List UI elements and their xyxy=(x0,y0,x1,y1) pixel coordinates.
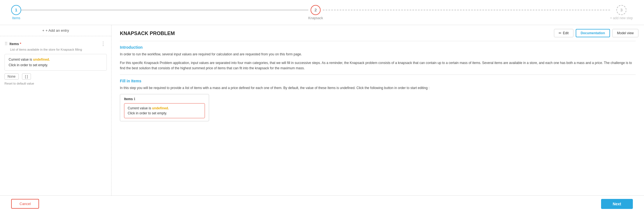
fill-items-section-title: Fill in Items xyxy=(120,79,636,83)
cancel-button[interactable]: Cancel xyxy=(11,199,39,209)
undefined-value: undefined. xyxy=(33,58,50,61)
documentation-button[interactable]: Documentation xyxy=(576,29,610,37)
fill-items-text: In this step you will be required to pro… xyxy=(120,85,636,91)
documentation-label: Documentation xyxy=(581,31,605,35)
plus-icon: + xyxy=(42,28,45,33)
brackets-button[interactable]: [ ] xyxy=(22,73,31,80)
connector-2-3 xyxy=(323,10,610,10)
next-button[interactable]: Next xyxy=(601,199,633,209)
doc-click-to-set: Click in order to set empty. xyxy=(128,111,201,115)
info-icon: ℹ xyxy=(134,97,135,101)
left-top-bar: + + Add an entry xyxy=(0,25,111,36)
required-star: * xyxy=(20,42,21,46)
step-1-circle: 1 xyxy=(11,5,21,15)
doc-current-value-line: Current value is undefined. xyxy=(128,106,201,110)
doc-items-inner[interactable]: Current value is undefined. Click in ord… xyxy=(124,103,205,118)
value-box[interactable]: Current value is undefined. Click in ord… xyxy=(4,54,107,71)
doc-items-box: Items ℹ Current value is undefined. Clic… xyxy=(120,94,209,121)
doc-items-box-title: Items xyxy=(124,97,133,101)
model-view-button[interactable]: Model view xyxy=(612,29,638,37)
options-row: None [ ] xyxy=(4,73,107,80)
pencil-icon: ✏ xyxy=(559,31,561,35)
field-subtitle: List of items available in the store for… xyxy=(10,48,107,51)
field-title-text: Items xyxy=(9,42,19,46)
none-button[interactable]: None xyxy=(4,73,19,80)
add-entry-label: + Add an entry xyxy=(45,28,69,33)
edit-label: Edit xyxy=(563,31,569,35)
bottom-bar: Cancel Next xyxy=(0,195,644,212)
field-title: Items * xyxy=(9,42,21,46)
click-to-set-label: Click in order to set empty. xyxy=(9,63,103,67)
right-panel: ✏ Edit Documentation Model view KNAPSACK… xyxy=(112,25,644,195)
step-3-label: + add new step xyxy=(610,16,633,20)
step-3-circle: 3 xyxy=(616,5,626,15)
introduction-text2: For this specific Knapsack Problem appli… xyxy=(120,60,636,71)
edit-button[interactable]: ✏ Edit xyxy=(554,29,573,37)
step-1[interactable]: 1 Items xyxy=(11,5,21,20)
step-2-circle: 2 xyxy=(311,5,321,15)
field-title-group: ⠿ Items * xyxy=(4,41,21,46)
drag-handle-icon: ⠿ xyxy=(4,41,8,46)
connector-1-2 xyxy=(21,10,308,10)
add-entry-button[interactable]: + + Add an entry xyxy=(42,28,69,33)
right-toolbar: ✏ Edit Documentation Model view xyxy=(554,29,638,37)
doc-current-prefix: Current value is xyxy=(128,106,152,110)
step-3[interactable]: 3 + add new step xyxy=(610,5,633,20)
step-2-label: Knapsack xyxy=(308,16,323,20)
current-value-prefix: Current value is xyxy=(9,58,33,61)
model-view-label: Model view xyxy=(617,31,634,35)
step-2[interactable]: 2 Knapsack xyxy=(308,5,323,20)
stepper: 1 Items 2 Knapsack 3 + add new step xyxy=(0,0,644,25)
left-panel: + + Add an entry ⠿ Items * ⋮ List of ite… xyxy=(0,25,112,195)
doc-undefined-value: undefined. xyxy=(152,106,169,110)
introduction-section-title: Introduction xyxy=(120,45,636,50)
doc-items-header: Items ℹ xyxy=(124,97,205,101)
left-content: ⠿ Items * ⋮ List of items available in t… xyxy=(0,36,111,195)
main-layout: + + Add an entry ⠿ Items * ⋮ List of ite… xyxy=(0,25,644,195)
introduction-text1: In order to run the workflow, several in… xyxy=(120,52,636,57)
reset-button[interactable]: Reset to default value xyxy=(4,82,34,85)
field-header: ⠿ Items * ⋮ xyxy=(4,41,107,47)
field-menu-button[interactable]: ⋮ xyxy=(100,41,107,47)
step-1-label: Items xyxy=(12,16,20,20)
current-value-line: Current value is undefined. xyxy=(9,58,103,61)
